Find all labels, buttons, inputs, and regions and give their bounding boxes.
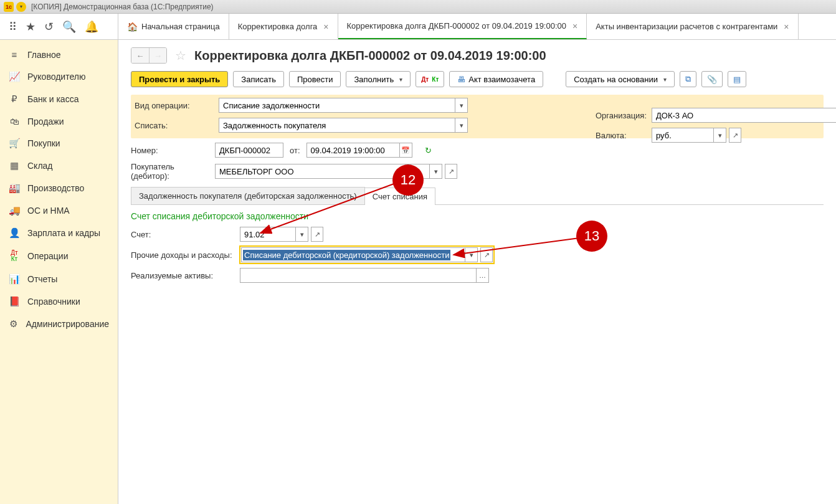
close-icon[interactable]: × bbox=[572, 21, 577, 31]
save-button[interactable]: Записать bbox=[233, 71, 284, 87]
content-area: ← → ☆ Корректировка долга ДКБП-000002 от… bbox=[118, 40, 836, 504]
print-icon: 🖶 bbox=[457, 75, 465, 84]
tab-label: Акты инвентаризации расчетов с контраген… bbox=[596, 22, 777, 31]
main-toolbar: ⠿ ★ ↺ 🔍 🔔 🏠 Начальная страница Корректир… bbox=[0, 14, 836, 40]
act-label: Акт взаимозачета bbox=[468, 75, 535, 84]
star-icon[interactable]: ★ bbox=[26, 20, 36, 34]
write-off-input[interactable] bbox=[219, 118, 455, 133]
sidebar: ≡Главное 📈Руководителю ₽Банк и касса 🛍Пр… bbox=[0, 40, 118, 504]
back-button[interactable]: ← bbox=[131, 48, 149, 63]
sidebar-item-references[interactable]: 📕Справочники bbox=[0, 290, 118, 313]
sidebar-item-label: Главное bbox=[27, 50, 61, 60]
cart-icon: 🛒 bbox=[9, 138, 20, 149]
open-icon[interactable]: ↗ bbox=[729, 128, 741, 143]
op-type-label: Вид операции: bbox=[135, 101, 219, 110]
bell-icon[interactable]: 🔔 bbox=[85, 20, 98, 34]
sidebar-item-warehouse[interactable]: ▦Склад bbox=[0, 155, 118, 177]
grid-icon: ▦ bbox=[9, 160, 20, 171]
tab-inventory-acts[interactable]: Акты инвентаризации расчетов с контраген… bbox=[587, 14, 798, 39]
open-icon[interactable]: ↗ bbox=[480, 247, 493, 262]
list-button[interactable]: ▤ bbox=[728, 71, 746, 87]
assets-input[interactable] bbox=[240, 268, 477, 283]
page-title: Корректировка долга ДКБП-000002 от 09.04… bbox=[194, 49, 546, 63]
bag-icon: 🛍 bbox=[9, 116, 20, 126]
refresh-icon[interactable]: ↻ bbox=[425, 146, 432, 155]
forward-button[interactable]: → bbox=[149, 48, 166, 63]
from-label: от: bbox=[290, 146, 300, 155]
sidebar-item-label: Зарплата и кадры bbox=[27, 228, 100, 238]
favorite-button[interactable]: ☆ bbox=[173, 48, 188, 63]
tab-home[interactable]: 🏠 Начальная страница bbox=[118, 14, 229, 39]
act-button[interactable]: 🖶Акт взаимозачета bbox=[449, 71, 543, 87]
sidebar-item-hr[interactable]: 👤Зарплата и кадры bbox=[0, 222, 118, 244]
number-label: Номер: bbox=[131, 146, 215, 155]
section-title: Счет списания дебиторской задолженности bbox=[131, 211, 824, 221]
structure-button[interactable]: ⧉ bbox=[680, 71, 696, 87]
dropdown-icon[interactable]: ▾ bbox=[296, 227, 308, 242]
open-icon[interactable]: ↗ bbox=[445, 164, 457, 179]
account-label: Счет: bbox=[131, 230, 240, 239]
truck-icon: 🚚 bbox=[9, 205, 20, 216]
ruble-icon: ₽ bbox=[9, 93, 20, 105]
book-icon: 📕 bbox=[9, 296, 20, 307]
op-type-input[interactable] bbox=[219, 98, 455, 113]
calendar-icon[interactable]: 📅 bbox=[400, 143, 412, 158]
menu-icon: ≡ bbox=[9, 49, 20, 60]
history-icon[interactable]: ↺ bbox=[44, 20, 54, 34]
dropdown-icon[interactable]: ▾ bbox=[465, 247, 478, 262]
tab-label: Начальная страница bbox=[141, 22, 220, 31]
attach-button[interactable]: 📎 bbox=[701, 71, 723, 87]
open-icon[interactable]: ↗ bbox=[311, 227, 323, 242]
org-input[interactable] bbox=[652, 108, 836, 123]
sidebar-item-manager[interactable]: 📈Руководителю bbox=[0, 65, 118, 88]
tab-debt-correction[interactable]: Корректировка долга × bbox=[229, 14, 338, 39]
dropdown-icon[interactable]: ▾ bbox=[714, 128, 726, 143]
dropdown-icon[interactable]: ▾ bbox=[455, 98, 468, 113]
sidebar-item-production[interactable]: 🏭Производство bbox=[0, 177, 118, 199]
app-menu-dropdown-icon[interactable]: ▾ bbox=[16, 2, 26, 12]
sidebar-item-purchases[interactable]: 🛒Покупки bbox=[0, 132, 118, 155]
other-income-label: Прочие доходы и расходы: bbox=[131, 250, 240, 260]
callout-13: 13 bbox=[576, 221, 607, 252]
write-off-label: Списать: bbox=[135, 121, 219, 130]
sidebar-item-label: Руководителю bbox=[27, 72, 85, 82]
sidebar-item-operations[interactable]: ДтКтОперации bbox=[0, 244, 118, 268]
create-based-button[interactable]: Создать на основании bbox=[566, 71, 675, 87]
number-input[interactable] bbox=[215, 143, 283, 158]
close-icon[interactable]: × bbox=[784, 22, 789, 32]
tab-label: Корректировка долга ДКБП-000002 от 09.04… bbox=[347, 21, 567, 31]
submit-button[interactable]: Провести bbox=[289, 71, 341, 87]
sidebar-item-label: Отчеты bbox=[27, 274, 57, 284]
apps-icon[interactable]: ⠿ bbox=[9, 20, 17, 34]
sidebar-item-label: Операции bbox=[27, 251, 69, 261]
sidebar-item-assets[interactable]: 🚚ОС и НМА bbox=[0, 199, 118, 222]
dtkt-button[interactable]: ДтКт bbox=[416, 71, 444, 87]
sub-tab-bar: Задолженность покупателя (дебиторская за… bbox=[131, 187, 824, 205]
sidebar-item-label: ОС и НМА bbox=[27, 206, 70, 216]
close-icon[interactable]: × bbox=[323, 22, 328, 32]
sidebar-item-label: Банк и касса bbox=[27, 94, 78, 104]
org-label: Организация: bbox=[596, 111, 652, 120]
sidebar-item-label: Производство bbox=[27, 183, 84, 193]
other-income-value: Списание дебиторской (кредиторской) задо… bbox=[243, 250, 450, 260]
fill-button[interactable]: Заполнить bbox=[346, 71, 411, 87]
toolbar-icon-group: ⠿ ★ ↺ 🔍 🔔 bbox=[0, 14, 118, 39]
currency-input[interactable] bbox=[652, 128, 714, 143]
sidebar-item-admin[interactable]: ⚙Администрирование bbox=[0, 313, 118, 335]
sidebar-item-sales[interactable]: 🛍Продажи bbox=[0, 110, 118, 132]
dropdown-icon[interactable]: ▾ bbox=[455, 118, 468, 133]
sub-tab-debt[interactable]: Задолженность покупателя (дебиторская за… bbox=[131, 187, 365, 204]
sidebar-item-reports[interactable]: 📊Отчеты bbox=[0, 268, 118, 290]
dropdown-icon[interactable]: ▾ bbox=[430, 164, 442, 179]
account-input[interactable] bbox=[240, 227, 296, 242]
sidebar-item-bank[interactable]: ₽Банк и касса bbox=[0, 88, 118, 110]
window-title: [КОПИЯ] Демонстрационная база (1С:Предпр… bbox=[31, 2, 214, 11]
sidebar-item-main[interactable]: ≡Главное bbox=[0, 44, 118, 65]
date-input[interactable] bbox=[306, 143, 400, 158]
ellipsis-icon[interactable]: … bbox=[477, 268, 489, 283]
search-icon[interactable]: 🔍 bbox=[62, 20, 76, 34]
home-icon: 🏠 bbox=[127, 22, 138, 32]
other-income-input[interactable]: Списание дебиторской (кредиторской) задо… bbox=[241, 247, 465, 262]
submit-close-button[interactable]: Провести и закрыть bbox=[131, 71, 228, 87]
tab-debt-document[interactable]: Корректировка долга ДКБП-000002 от 09.04… bbox=[338, 14, 587, 39]
